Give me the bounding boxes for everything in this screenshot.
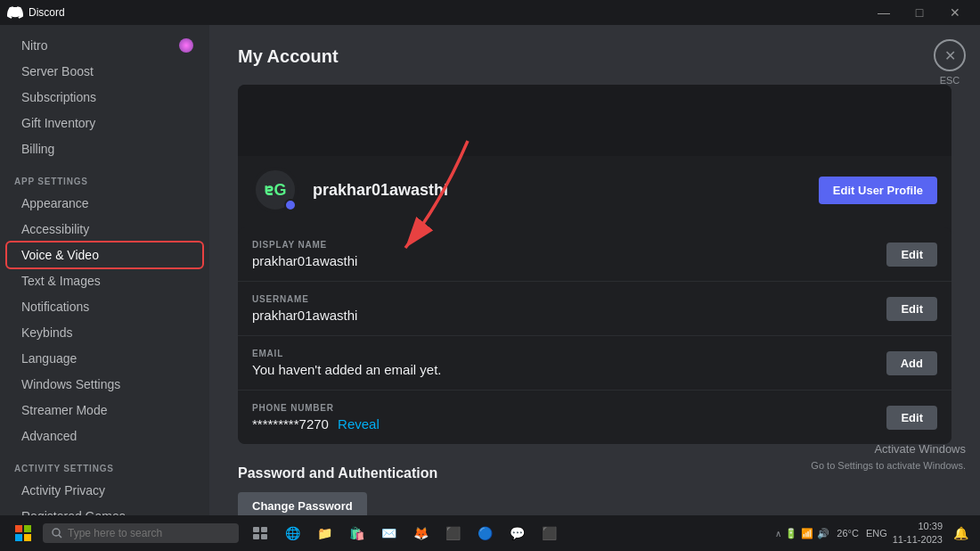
phone-edit-button[interactable]: Edit: [886, 406, 937, 430]
sidebar-item-label: Notifications: [21, 300, 89, 314]
sidebar-item-server-boost[interactable]: Server Boost: [7, 59, 202, 84]
phone-content: PHONE NUMBER *********7270 Reveal: [252, 403, 886, 432]
battery-icon: 🔋: [785, 528, 797, 539]
status-dot-icon: [287, 201, 294, 209]
taskbar-icons: 🌐 📁 🛍️ ✉️ 🦊 ⬛ 🔵 💬 ⬛: [246, 519, 563, 547]
sidebar-item-label: Text & Images: [21, 274, 101, 288]
username-edit-button[interactable]: Edit: [886, 297, 937, 321]
password-section-title: Password and Authentication: [238, 465, 951, 481]
svg-point-8: [53, 529, 60, 536]
online-status-badge: [284, 199, 297, 211]
search-input[interactable]: [68, 527, 230, 539]
taskbar: 🌐 📁 🛍️ ✉️ 🦊 ⬛ 🔵 💬 ⬛ ∧ 🔋 📶 🔊 26°C ENG 10:…: [0, 515, 980, 551]
store-icon[interactable]: 🛍️: [342, 519, 371, 547]
username-content: USERNAME prakhar01awasthi: [252, 294, 886, 323]
sidebar-item-language[interactable]: Language: [7, 346, 202, 371]
minimize-button[interactable]: —: [866, 0, 902, 25]
sidebar-item-subscriptions[interactable]: Subscriptions: [7, 85, 202, 110]
edge-icon[interactable]: 🌐: [278, 519, 306, 547]
esc-button[interactable]: ✕ ESC: [934, 39, 966, 86]
close-button[interactable]: ✕: [937, 0, 973, 25]
svg-rect-12: [253, 534, 259, 539]
profile-banner: [238, 85, 951, 156]
sidebar-item-label: Server Boost: [21, 64, 94, 78]
edit-profile-button[interactable]: Edit User Profile: [819, 177, 937, 204]
discord-logo-icon: [7, 4, 23, 21]
sidebar-item-label: Registered Games: [21, 509, 126, 515]
sidebar-item-label: Language: [21, 351, 77, 366]
svg-point-2: [287, 201, 294, 209]
display-name-edit-button[interactable]: Edit: [886, 243, 937, 267]
sidebar-item-label: Activity Privacy: [21, 483, 105, 498]
wifi-icon: 📶: [801, 528, 813, 539]
svg-rect-11: [261, 527, 267, 532]
sidebar-item-notifications[interactable]: Notifications: [7, 294, 202, 319]
up-arrow-icon[interactable]: ∧: [775, 529, 781, 539]
file-explorer-icon[interactable]: 📁: [310, 519, 339, 547]
search-icon: [52, 528, 62, 539]
display-name-label: DISPLAY NAME: [252, 240, 886, 250]
taskbar-search[interactable]: [43, 523, 239, 543]
sidebar-item-label: Accessibility: [21, 222, 89, 236]
sidebar-item-label: Windows Settings: [21, 377, 120, 391]
reveal-link[interactable]: Reveal: [338, 416, 380, 432]
svg-rect-10: [253, 527, 259, 532]
svg-rect-5: [24, 525, 31, 532]
sidebar-item-appearance[interactable]: Appearance: [7, 191, 202, 216]
profile-card: ɐG prakhar01awasthi Edit User Profile: [238, 85, 951, 444]
sidebar-item-voice-video[interactable]: Voice & Video: [7, 243, 202, 267]
date-display: 11-11-2023: [893, 533, 943, 547]
change-password-button[interactable]: Change Password: [238, 492, 367, 515]
username-row: USERNAME prakhar01awasthi Edit: [238, 282, 951, 336]
phone-masked: *********7270: [252, 416, 329, 432]
title-bar-left: Discord: [7, 4, 65, 21]
sidebar-item-label: Appearance: [21, 196, 89, 210]
email-add-button[interactable]: Add: [886, 351, 937, 375]
sidebar-item-windows-settings[interactable]: Windows Settings: [7, 372, 202, 397]
taskbar-right: ∧ 🔋 📶 🔊 26°C ENG 10:39 11-11-2023 🔔: [775, 520, 973, 547]
svg-rect-4: [15, 525, 22, 532]
app-body: Nitro Server Boost Subscriptions Gift In…: [0, 25, 980, 515]
phone-row: PHONE NUMBER *********7270 Reveal Edit: [238, 391, 951, 444]
sidebar-item-registered-games[interactable]: Registered Games: [7, 504, 202, 515]
start-button[interactable]: [7, 517, 39, 549]
sidebar-item-activity-privacy[interactable]: Activity Privacy: [7, 478, 202, 503]
sidebar-item-gift-inventory[interactable]: Gift Inventory: [7, 111, 202, 136]
svg-line-9: [59, 535, 61, 538]
sidebar-item-label: Nitro: [21, 38, 48, 53]
esc-x-icon: ✕: [944, 47, 956, 64]
email-label: EMAIL: [252, 349, 886, 358]
sidebar-item-keybinds[interactable]: Keybinds: [7, 320, 202, 345]
app-title: Discord: [29, 6, 65, 19]
sidebar-item-advanced[interactable]: Advanced: [7, 424, 202, 448]
sidebar-item-billing[interactable]: Billing: [7, 136, 202, 161]
sidebar-item-accessibility[interactable]: Accessibility: [7, 217, 202, 242]
temperature-display: 26°C: [837, 528, 859, 539]
notification-icon[interactable]: 🔔: [948, 521, 973, 546]
app-settings-label: APP SETTINGS: [0, 162, 209, 190]
terminal-icon[interactable]: ⬛: [535, 519, 563, 547]
esc-circle-icon: ✕: [934, 39, 966, 71]
sidebar-item-text-images[interactable]: Text & Images: [7, 268, 202, 293]
vscode-icon[interactable]: ⬛: [438, 519, 467, 547]
username-value: prakhar01awasthi: [252, 308, 886, 323]
mail-icon[interactable]: ✉️: [374, 519, 403, 547]
email-content: EMAIL You haven't added an email yet.: [252, 349, 886, 377]
profile-info: ɐG prakhar01awasthi Edit User Profile: [238, 156, 951, 227]
username-label: USERNAME: [252, 294, 886, 304]
phone-value: *********7270 Reveal: [252, 416, 886, 432]
sidebar-item-streamer-mode[interactable]: Streamer Mode: [7, 398, 202, 423]
time-display: 10:39: [893, 520, 943, 533]
chrome-icon[interactable]: 🔵: [470, 519, 499, 547]
username-display: prakhar01awasthi: [313, 181, 804, 200]
taskview-icon[interactable]: [246, 519, 274, 547]
windows-logo-icon: [15, 525, 31, 541]
svg-rect-7: [24, 534, 31, 541]
maximize-button[interactable]: □: [902, 0, 937, 25]
email-row: EMAIL You haven't added an email yet. Ad…: [238, 336, 951, 391]
firefox-icon[interactable]: 🦊: [406, 519, 435, 547]
discord-taskbar-icon[interactable]: 💬: [502, 519, 531, 547]
sidebar-item-nitro[interactable]: Nitro: [7, 33, 202, 58]
language-indicator: ENG: [866, 528, 887, 539]
sidebar-item-label: Voice & Video: [21, 248, 99, 262]
